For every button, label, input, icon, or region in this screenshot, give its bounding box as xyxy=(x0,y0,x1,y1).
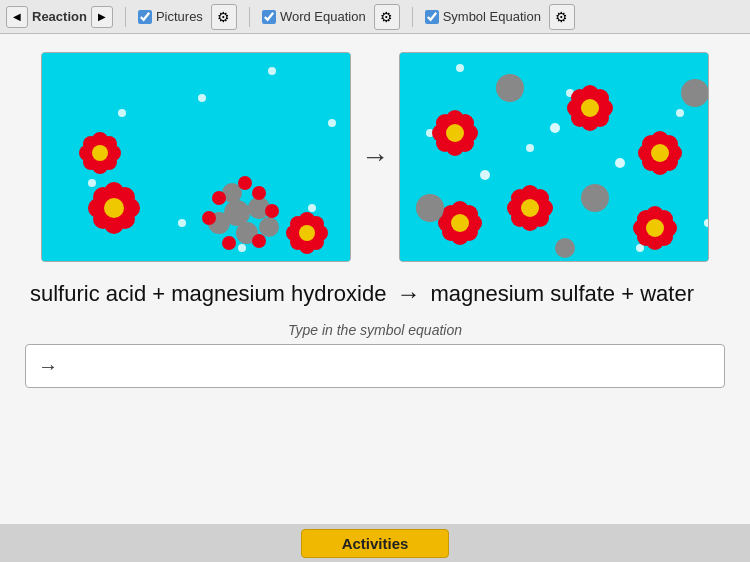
svg-point-48 xyxy=(238,176,252,190)
svg-point-47 xyxy=(212,191,226,205)
svg-point-42 xyxy=(252,186,266,200)
reactants-diagram xyxy=(41,52,351,262)
word-equation: sulfuric acid + magnesium hydroxide → ma… xyxy=(20,280,730,308)
reaction-label: Reaction xyxy=(32,9,87,24)
bottom-bar: Activities xyxy=(0,524,750,562)
svg-point-7 xyxy=(178,219,186,227)
svg-point-40 xyxy=(259,217,279,237)
svg-point-46 xyxy=(202,211,216,225)
svg-point-2 xyxy=(198,94,206,102)
word-equation-reactants: sulfuric acid + magnesium hydroxide xyxy=(30,281,386,307)
svg-point-50 xyxy=(456,64,464,72)
svg-point-117 xyxy=(615,158,625,168)
reaction-next-button[interactable]: ▶ xyxy=(91,6,113,28)
svg-point-53 xyxy=(676,109,684,117)
word-equation-checkbox[interactable] xyxy=(262,10,276,24)
svg-point-92 xyxy=(521,199,539,217)
svg-point-35 xyxy=(299,225,315,241)
svg-point-114 xyxy=(416,194,444,222)
svg-point-55 xyxy=(526,144,534,152)
svg-point-116 xyxy=(480,170,490,180)
reaction-arrow: → xyxy=(361,141,389,173)
word-equation-label: Word Equation xyxy=(280,9,366,24)
svg-point-118 xyxy=(550,123,560,133)
pictures-checkbox[interactable] xyxy=(138,10,152,24)
svg-point-111 xyxy=(496,74,524,102)
activities-button[interactable]: Activities xyxy=(301,529,450,558)
separator-2 xyxy=(249,7,250,27)
svg-point-110 xyxy=(451,214,469,232)
svg-point-1 xyxy=(268,67,276,75)
word-equation-products: magnesium sulfate + water xyxy=(430,281,694,307)
svg-point-5 xyxy=(88,179,96,187)
svg-point-4 xyxy=(328,119,336,127)
svg-point-65 xyxy=(446,124,464,142)
svg-point-74 xyxy=(581,99,599,117)
svg-point-112 xyxy=(581,184,609,212)
pictures-label: Pictures xyxy=(156,9,203,24)
svg-point-8 xyxy=(238,244,246,252)
separator-3 xyxy=(412,7,413,27)
separator-1 xyxy=(125,7,126,27)
word-equation-arrow: → xyxy=(396,280,420,308)
reaction-nav-group: ◀ Reaction ▶ xyxy=(6,6,113,28)
svg-point-6 xyxy=(308,204,316,212)
products-diagram xyxy=(399,52,709,262)
svg-point-45 xyxy=(222,236,236,250)
pictures-checkbox-group: Pictures xyxy=(138,9,203,24)
reaction-prev-button[interactable]: ◀ xyxy=(6,6,28,28)
svg-point-43 xyxy=(265,204,279,218)
svg-point-26 xyxy=(92,145,108,161)
svg-point-101 xyxy=(646,219,664,237)
svg-point-44 xyxy=(252,234,266,248)
symbol-equation-checkbox[interactable] xyxy=(425,10,439,24)
svg-point-113 xyxy=(681,79,709,107)
svg-point-115 xyxy=(555,238,575,258)
pictures-settings-button[interactable]: ⚙ xyxy=(211,4,237,30)
symbol-equation-label: Symbol Equation xyxy=(443,9,541,24)
symbol-section: Type in the symbol equation → xyxy=(20,322,730,388)
symbol-equation-checkbox-group: Symbol Equation xyxy=(425,9,541,24)
svg-point-3 xyxy=(118,109,126,117)
svg-point-17 xyxy=(104,198,124,218)
symbol-input-arrow: → xyxy=(38,355,58,378)
main-content: → xyxy=(0,34,750,562)
symbol-equation-settings-button[interactable]: ⚙ xyxy=(549,4,575,30)
word-equation-checkbox-group: Word Equation xyxy=(262,9,366,24)
diagrams-row: → xyxy=(20,52,730,262)
symbol-instruction: Type in the symbol equation xyxy=(288,322,462,338)
toolbar: ◀ Reaction ▶ Pictures ⚙ Word Equation ⚙ … xyxy=(0,0,750,34)
symbol-input-box[interactable]: → xyxy=(25,344,725,388)
svg-point-83 xyxy=(651,144,669,162)
word-equation-settings-button[interactable]: ⚙ xyxy=(374,4,400,30)
